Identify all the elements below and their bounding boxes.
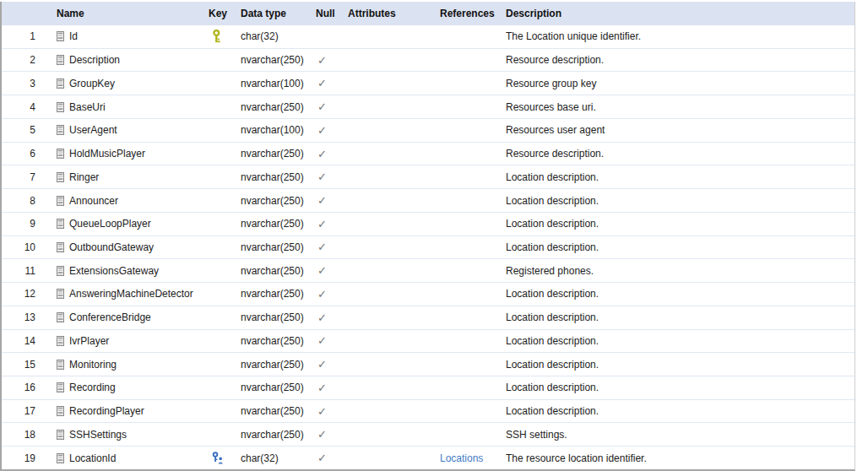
references-cell — [437, 306, 502, 329]
row-number: 1 — [2, 25, 40, 48]
name-cell: AnsweringMachineDetector — [40, 283, 204, 306]
table-column-icon — [57, 360, 64, 370]
null-cell: ✓ — [312, 400, 344, 423]
references-cell — [437, 423, 502, 446]
references-cell — [437, 143, 502, 165]
row-number: 7 — [2, 165, 40, 188]
table-column-icon — [57, 172, 64, 182]
references-cell — [437, 165, 502, 188]
table-row: 16 Recording nvarchar(250) ✓ — [2, 376, 854, 399]
table-column-icon — [57, 31, 64, 41]
table-column-icon — [57, 102, 64, 112]
data-type: char(32) — [238, 447, 312, 469]
checkmark-icon: ✓ — [317, 78, 327, 89]
references-cell — [437, 236, 502, 259]
attributes — [344, 447, 437, 469]
data-type: nvarchar(250) — [238, 165, 312, 188]
table-column-icon — [57, 406, 64, 416]
table-row: 18 SSHSettings nvarchar(250) ✓ — [2, 422, 854, 446]
checkmark-icon: ✓ — [317, 219, 327, 230]
row-number: 3 — [2, 72, 40, 95]
data-type: nvarchar(250) — [238, 330, 312, 353]
name-cell: QueueLoopPlayer — [40, 213, 204, 236]
attributes — [344, 165, 437, 188]
column-name: ExtensionsGateway — [69, 265, 159, 277]
description: Location description. — [502, 213, 854, 236]
null-cell: ✓ — [312, 236, 344, 259]
key-cell — [204, 95, 238, 118]
row-number: 8 — [2, 189, 40, 212]
checkmark-icon: ✓ — [317, 241, 327, 252]
key-cell — [204, 306, 238, 329]
data-type: nvarchar(250) — [238, 353, 312, 376]
row-number: 19 — [2, 447, 40, 469]
attributes — [344, 423, 437, 446]
column-header-datatype: Data type — [238, 2, 312, 25]
name-cell: HoldMusicPlayer — [40, 143, 204, 165]
checkmark-icon: ✓ — [317, 149, 327, 160]
references-cell — [437, 189, 502, 212]
column-name: Description — [69, 54, 120, 66]
references-cell — [437, 49, 502, 72]
data-type: nvarchar(250) — [238, 306, 312, 329]
table-row: 9 QueueLoopPlayer nvarchar(250) ✓ — [2, 212, 854, 236]
references-cell — [437, 353, 502, 376]
column-name: OutboundGateway — [69, 241, 154, 253]
null-cell: ✓ — [312, 119, 344, 142]
name-cell: BaseUri — [40, 95, 204, 118]
data-type: nvarchar(250) — [238, 283, 312, 306]
null-cell: ✓ — [312, 376, 344, 399]
name-cell: GroupKey — [40, 72, 204, 95]
name-cell: ExtensionsGateway — [40, 259, 204, 282]
key-cell — [204, 165, 238, 188]
table-column-icon — [57, 242, 64, 252]
reference-link[interactable]: Locations — [440, 452, 483, 464]
column-name: HoldMusicPlayer — [69, 148, 145, 160]
null-cell — [312, 25, 344, 48]
data-type: nvarchar(250) — [238, 423, 312, 446]
table-row: 1 Id — [2, 25, 854, 48]
table-row: 5 UserAgent nvarchar(100) ✓ — [2, 118, 854, 142]
checkmark-icon: ✓ — [317, 382, 327, 393]
data-type: nvarchar(250) — [238, 189, 312, 212]
references-cell — [437, 400, 502, 423]
description: Location description. — [502, 306, 854, 329]
table-row: 8 Announcer nvarchar(250) ✓ — [2, 188, 854, 212]
null-cell: ✓ — [312, 189, 344, 212]
checkmark-icon: ✓ — [317, 289, 327, 300]
column-name: UserAgent — [69, 124, 117, 136]
row-number: 4 — [2, 95, 40, 118]
table-column-icon — [57, 312, 64, 322]
attributes — [344, 49, 437, 72]
table-row: 6 HoldMusicPlayer nvarchar(250) ✓ — [2, 142, 854, 165]
description: Resource description. — [502, 143, 854, 165]
key-cell — [204, 353, 238, 376]
description: Location description. — [502, 189, 854, 212]
data-type: nvarchar(250) — [238, 376, 312, 399]
checkmark-icon: ✓ — [317, 171, 327, 182]
table-header-row: Name Key Data type Null Attributes Refer… — [2, 2, 854, 25]
key-cell — [204, 72, 238, 95]
row-number: 13 — [2, 306, 40, 329]
data-type: nvarchar(250) — [238, 236, 312, 259]
description: Registered phones. — [502, 259, 854, 282]
attributes — [344, 376, 437, 399]
table-row: 2 Description nvarchar(250) ✓ — [2, 48, 854, 72]
row-number: 12 — [2, 283, 40, 306]
column-name: BaseUri — [69, 101, 106, 113]
key-cell — [204, 25, 238, 48]
table-row: 17 RecordingPlayer nvarchar(250) ✓ — [2, 399, 854, 423]
data-type: nvarchar(250) — [238, 143, 312, 165]
attributes — [344, 330, 437, 353]
key-cell — [204, 447, 238, 469]
row-number: 16 — [2, 376, 40, 399]
null-cell: ✓ — [312, 306, 344, 329]
references-cell — [437, 283, 502, 306]
table-column-icon — [57, 55, 64, 65]
name-cell: OutboundGateway — [40, 236, 204, 259]
table-column-icon — [57, 196, 64, 206]
null-cell: ✓ — [312, 283, 344, 306]
description: SSH settings. — [502, 423, 854, 446]
checkmark-icon: ✓ — [317, 452, 327, 463]
references-cell — [437, 376, 502, 399]
